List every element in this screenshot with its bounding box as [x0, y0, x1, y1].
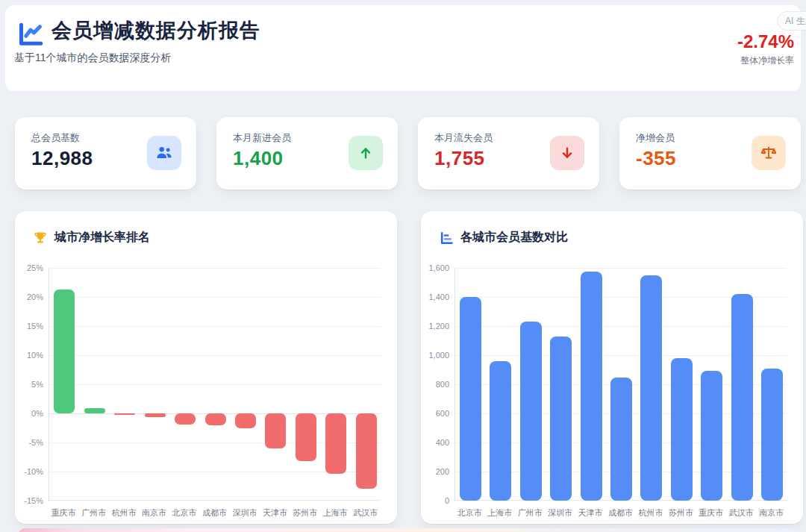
plot-area: 25%20%15%10%5%0%-5%-10%-15%: [49, 268, 381, 501]
chart-bar[interactable]: [205, 413, 226, 425]
gridline: [49, 297, 381, 298]
chart-bar[interactable]: [581, 272, 602, 501]
chart-bar[interactable]: [54, 290, 75, 413]
x-axis-label: 北京市: [169, 507, 199, 519]
stat-label: 本月新进会员: [233, 131, 291, 145]
x-axis-label: 南京市: [757, 507, 787, 519]
gridline: [455, 268, 787, 269]
x-axis-label: 上海市: [484, 507, 514, 519]
chart-bar[interactable]: [325, 413, 346, 474]
y-tick-label: 0%: [10, 409, 43, 418]
next-section-peek: [18, 528, 799, 532]
x-axis-label: 杭州市: [109, 507, 139, 519]
chart-bar[interactable]: [761, 369, 783, 501]
y-tick-label: 1,400: [416, 292, 449, 301]
y-tick-label: 1,600: [416, 263, 449, 272]
x-axis-label: 深圳市: [230, 507, 260, 519]
chart-title: 各城市会员基数对比: [460, 230, 568, 245]
stat-card-lost-members: 本月流失会员 1,755: [418, 117, 599, 190]
stat-card-net-members: 净增会员 -355: [619, 117, 801, 190]
x-axis-label: 苏州市: [290, 507, 320, 519]
x-axis-label: 广州市: [515, 507, 545, 519]
plot-area: 1,6001,4001,2001,0008006004002000: [454, 268, 787, 501]
arrow-down-icon: [550, 136, 584, 170]
chart-bar[interactable]: [701, 371, 722, 501]
scale-icon: [752, 136, 786, 170]
x-axis-label: 深圳市: [545, 507, 575, 519]
stat-label: 总会员基数: [31, 131, 80, 145]
chart-bar[interactable]: [550, 337, 572, 501]
overall-rate-value: -2.74%: [737, 31, 794, 52]
chart-bar[interactable]: [296, 413, 316, 461]
y-tick-label: 1,000: [416, 351, 449, 360]
chart-bar[interactable]: [671, 358, 693, 501]
chart-bar[interactable]: [640, 275, 662, 501]
trophy-icon: [33, 231, 48, 245]
gridline: [49, 384, 381, 385]
y-tick-label: 25%: [10, 263, 43, 272]
x-axis-label: 上海市: [320, 507, 350, 519]
header-panel: 会员增减数据分析报告 基于11个城市的会员数据深度分析 AI 生成 -2.74%…: [5, 5, 801, 91]
page-subtitle: 基于11个城市的会员数据深度分析: [14, 51, 172, 65]
x-axis-label: 成都市: [605, 507, 635, 519]
page-title: 会员增减数据分析报告: [51, 17, 260, 44]
y-tick-label: -5%: [10, 438, 43, 447]
x-axis-label: 天津市: [575, 507, 605, 519]
x-axis-labels: 北京市上海市广州市深圳市天津市成都市杭州市苏州市重庆市武汉市南京市: [454, 507, 787, 519]
y-tick-label: -15%: [10, 496, 43, 505]
chart-bar[interactable]: [520, 322, 542, 501]
y-tick-label: -10%: [10, 467, 43, 476]
x-axis-label: 重庆市: [696, 507, 726, 519]
chart-bar[interactable]: [114, 413, 135, 415]
stat-card-total-members: 总会员基数 12,988: [15, 117, 196, 190]
stat-value: 1,400: [233, 147, 284, 170]
chart-bar[interactable]: [145, 413, 166, 417]
x-axis-label: 苏州市: [666, 507, 696, 519]
x-axis-label: 南京市: [139, 507, 169, 519]
chart-bar[interactable]: [731, 294, 753, 501]
chart-title: 城市净增长率排名: [54, 230, 150, 245]
x-axis-label: 北京市: [454, 507, 484, 519]
x-axis-label: 武汉市: [351, 507, 381, 519]
stat-value: 1,755: [434, 147, 485, 170]
gridline: [49, 268, 381, 269]
y-tick-label: 400: [416, 438, 449, 447]
bar-chart-icon: [439, 231, 454, 245]
growth-rate-chart-card: 城市净增长率排名 25%20%15%10%5%0%-5%-10%-15% 重庆市…: [15, 211, 397, 524]
y-tick-label: 600: [416, 409, 449, 418]
chart-bar[interactable]: [610, 378, 632, 501]
y-tick-label: 800: [416, 380, 449, 389]
x-axis-label: 天津市: [260, 507, 290, 519]
chart-bar[interactable]: [84, 408, 105, 413]
chart-bar[interactable]: [490, 361, 511, 501]
y-tick-label: 15%: [10, 322, 43, 331]
y-tick-label: 20%: [10, 292, 43, 301]
gridline: [49, 326, 381, 327]
x-axis-label: 广州市: [78, 507, 108, 519]
stat-value: -355: [636, 147, 676, 170]
gridline: [49, 355, 381, 356]
y-tick-label: 0: [416, 496, 449, 505]
overall-rate-label: 整体净增长率: [740, 54, 794, 67]
chart-bar[interactable]: [235, 413, 256, 428]
member-base-chart-card: 各城市会员基数对比 1,6001,4001,2001,0008006004002…: [421, 211, 803, 524]
x-axis-label: 杭州市: [636, 507, 666, 519]
stat-label: 净增会员: [636, 131, 675, 145]
stat-value: 12,988: [31, 147, 93, 170]
x-axis-label: 成都市: [199, 507, 229, 519]
line-chart-icon: [16, 20, 46, 50]
y-tick-label: 5%: [10, 380, 43, 389]
users-icon: [147, 136, 181, 170]
arrow-up-icon: [349, 136, 383, 170]
stat-label: 本月流失会员: [434, 131, 493, 145]
y-tick-label: 200: [416, 467, 449, 476]
chart-bar[interactable]: [265, 413, 286, 448]
chart-bar[interactable]: [460, 297, 481, 501]
chart-bar[interactable]: [175, 413, 196, 425]
x-axis-label: 武汉市: [726, 507, 756, 519]
chart-bar[interactable]: [356, 413, 377, 489]
stat-card-new-members: 本月新进会员 1,400: [216, 117, 398, 190]
ai-badge[interactable]: AI 生成: [777, 11, 806, 31]
x-axis-labels: 重庆市广州市杭州市南京市北京市成都市深圳市天津市苏州市上海市武汉市: [49, 507, 381, 519]
y-tick-label: 1,200: [416, 322, 449, 331]
